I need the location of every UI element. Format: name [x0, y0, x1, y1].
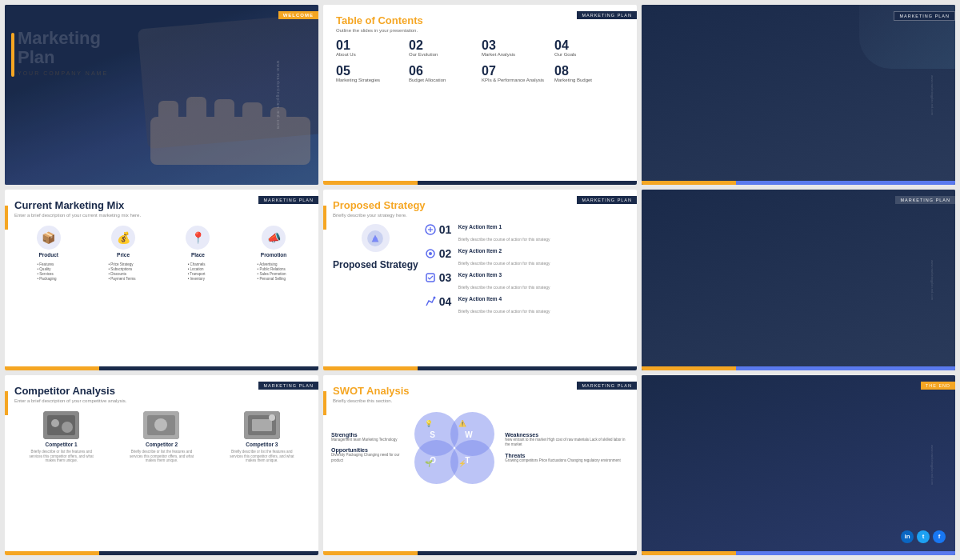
slide-swot: MARKETING PLAN SWOT Analysis Briefly des…	[323, 375, 637, 555]
strategy-badge: MARKETING PLAN	[577, 196, 637, 204]
svg-rect-13	[426, 274, 434, 282]
twitter-icon: t	[917, 530, 930, 543]
slide6-bottom-bar	[642, 366, 955, 370]
price-details: • Price Strategy • Subscriptions • Disco…	[109, 262, 136, 281]
item1-title: Key Action Item 1	[458, 224, 550, 230]
toc-num-2: 02	[409, 39, 478, 52]
pl4: • Inventory	[188, 277, 206, 281]
product-label: Product	[38, 252, 58, 258]
item4-num: 04	[439, 296, 455, 307]
toc-item-7: 07 KPIs & Performance Analysis	[482, 65, 551, 84]
pr1: • Price Strategy	[109, 262, 136, 266]
strategy-shape-icon	[362, 224, 390, 252]
linkedin-icon: in	[901, 530, 914, 543]
slide-buyer-persona: MARKETING PLAN Buyer Persona Enter a bri…	[642, 190, 955, 370]
slide9-bottom-bar	[642, 551, 955, 555]
comp2-name: Competitor 2	[146, 442, 178, 447]
welcome-badge: WELCOME	[278, 11, 318, 19]
item3-title: Key Action Item 3	[458, 272, 550, 278]
toc-label-4: Our Goals	[554, 52, 624, 58]
swot-strengths: Strengths Management team Marketing Tech…	[331, 432, 404, 443]
item4-desc: Briefly describe the course of action fo…	[458, 309, 550, 314]
competitor-2: Competitor 2 Briefly describe or list th…	[126, 411, 198, 464]
swot-badge: MARKETING PLAN	[577, 382, 637, 390]
comp2-desc: Briefly describe or list the features an…	[126, 450, 198, 464]
item2-desc: Briefly describe the course of action fo…	[458, 261, 550, 266]
mix-price: 💰 Price	[111, 226, 135, 258]
promotion-icon: 📣	[262, 226, 286, 250]
slide1-bg	[5, 5, 318, 185]
promo-details: • Advertising • Public Relations • Sales…	[258, 262, 286, 281]
product-details: • Features • Quality • Services • Packag…	[38, 262, 57, 281]
budget-badge: MARKETING PLAN	[894, 11, 955, 21]
slide-marketing-mix: MARKETING PLAN Current Marketing Mix Ent…	[5, 190, 318, 370]
pm1: • Advertising	[258, 262, 286, 266]
slide9-watermark: www.marketingplan.md.com	[930, 445, 934, 485]
swot-threats-head: Threats	[505, 453, 629, 458]
item1-icon	[425, 224, 436, 235]
pd2: • Quality	[38, 267, 57, 271]
swot-opp-head: Opportunities	[331, 447, 404, 453]
competitors-row: Competitor 1 Briefly describe or list th…	[11, 411, 312, 464]
toc-item-1: 01 About Us	[336, 39, 406, 58]
competitor-subtitle: Enter a brief description of your compet…	[14, 398, 318, 403]
slide2-bottom-bar	[323, 181, 637, 185]
slide4-bottom-bar	[5, 366, 318, 370]
venn-label-t: T	[465, 456, 470, 465]
slide3-bottom-bar	[642, 181, 955, 185]
pl3: • Transport	[188, 272, 206, 276]
slide6-watermark: www.marketingplan.md.com	[930, 260, 934, 300]
item3-num: 03	[439, 272, 455, 283]
toc-num-6: 06	[409, 65, 478, 78]
competitor-3: Competitor 3 Briefly describe or list th…	[226, 411, 298, 464]
toc-num-5: 05	[336, 65, 406, 78]
strategy-item-2: 02 Key Action Item 2 Briefly describe th…	[425, 248, 627, 268]
price-label: Price	[117, 252, 130, 258]
item2-icon	[425, 248, 436, 259]
pr3: • Discounts	[109, 272, 136, 276]
toc-num-8: 08	[554, 65, 624, 78]
item1-desc: Briefly describe the course of action fo…	[458, 237, 550, 242]
strategy-orange-line	[323, 206, 326, 230]
mix-subtitle: Enter a brief description of your curren…	[14, 213, 318, 218]
item2-title: Key Action Item 2	[458, 248, 550, 254]
swot-strengths-items: Management team Marketing Technology	[331, 438, 404, 443]
toc-item-2: 02 Our Evolution	[409, 39, 478, 58]
strategy-items-list: 01 Key Action Item 1 Briefly describe th…	[425, 224, 627, 316]
toc-num-4: 04	[554, 39, 624, 52]
svg-rect-3	[214, 99, 234, 130]
toc-num-7: 07	[482, 65, 551, 78]
svg-point-14	[433, 297, 435, 299]
slide-thank-you: THE END Thank You in t f www.marketingpl…	[642, 375, 955, 555]
toc-badge: MARKETING PLAN	[577, 11, 637, 19]
swot-threats: Threats Growing competitors Price fluctu…	[505, 453, 629, 464]
facebook-icon: f	[933, 530, 946, 543]
item1-num: 01	[439, 224, 455, 235]
slide5-bottom-bar	[323, 366, 637, 370]
venn-label-s: S	[430, 430, 435, 439]
toc-item-8: 08 Marketing Budget	[554, 65, 624, 84]
strategy-subtitle: Briefly describe your strategy here.	[333, 213, 637, 218]
swot-opportunities: Opportunities Diversity Packaging Changi…	[331, 447, 404, 464]
swot-weaknesses: Weaknesses New entrant to the market Hig…	[505, 432, 629, 449]
svg-point-7	[374, 237, 378, 242]
price-icon: 💰	[111, 226, 135, 250]
comp3-img	[244, 411, 280, 439]
swot-opp-items: Diversity Packaging Changing need for ou…	[331, 453, 404, 464]
item1-text: Key Action Item 1 Briefly describe the c…	[458, 224, 550, 244]
venn-label-o: O	[430, 456, 436, 465]
end-badge: THE END	[921, 382, 955, 390]
orange-bar	[11, 33, 14, 77]
slide1-watermark: www.marketingplan.md.com	[277, 60, 282, 130]
social-icons: in t f	[901, 530, 946, 543]
place-icon: 📍	[186, 226, 210, 250]
slide3-watermark: www.marketingplan.md.com	[930, 75, 934, 115]
persona-badge: MARKETING PLAN	[895, 196, 955, 204]
svg-point-25	[269, 414, 275, 421]
swot-weak-items: New entrant to the market High cost of r…	[505, 438, 629, 449]
toc-label-3: Market Analysis	[482, 52, 551, 58]
svg-point-21	[154, 418, 167, 431]
swot-orange-line	[323, 391, 326, 415]
toc-item-5: 05 Marketing Strategies	[336, 65, 406, 84]
slide-marketing-plan: WELCOME MarketingPlan YOUR COMPANY NAME …	[5, 5, 318, 185]
